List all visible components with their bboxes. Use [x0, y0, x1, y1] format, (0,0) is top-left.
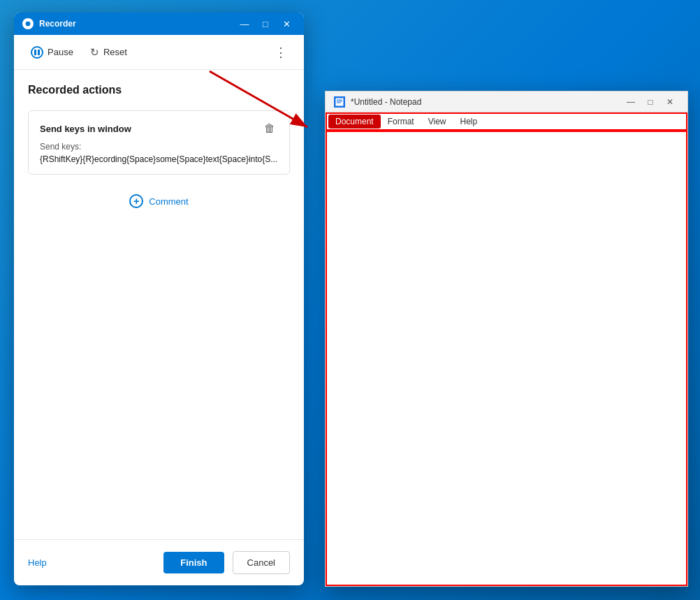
notepad-maximize-button[interactable]: □	[641, 93, 659, 111]
menu-help[interactable]: Help	[453, 115, 485, 129]
pause-bar-left	[34, 50, 36, 55]
notepad-titlebar: *Untitled - Notepad — □ ✕	[326, 92, 687, 112]
action-card: Send keys in window 🗑 Send keys: {RShift…	[28, 110, 290, 175]
notepad-title: *Untitled - Notepad	[351, 97, 622, 107]
maximize-button[interactable]: □	[256, 15, 275, 33]
notepad-app-icon	[334, 96, 345, 108]
reset-label: Reset	[103, 47, 127, 57]
minimize-button[interactable]: —	[235, 15, 254, 33]
action-card-header: Send keys in window 🗑	[40, 121, 278, 136]
help-button[interactable]: Help	[28, 557, 47, 568]
menu-view[interactable]: View	[421, 115, 453, 129]
notepad-content-wrapper	[326, 131, 687, 586]
pause-bars	[34, 50, 40, 55]
recorder-footer: Help Finish Cancel	[14, 539, 304, 585]
notepad-close-button[interactable]: ✕	[661, 93, 679, 111]
pause-label: Pause	[48, 47, 73, 57]
notepad-minimize-button[interactable]: —	[622, 93, 640, 111]
reset-button[interactable]: ↻ Reset	[85, 43, 133, 61]
action-detail-value: {RShiftKey}{R}ecording{Space}some{Space}…	[40, 154, 278, 164]
action-detail-label: Send keys:	[40, 142, 278, 152]
notepad-window: *Untitled - Notepad — □ ✕ Document Forma…	[325, 91, 688, 587]
delete-action-button[interactable]: 🗑	[261, 121, 278, 136]
pause-button[interactable]: Pause	[25, 43, 79, 61]
notepad-textarea[interactable]	[327, 132, 686, 585]
cancel-button[interactable]: Cancel	[233, 551, 290, 574]
recorder-titlebar: Recorder — □ ✕	[14, 13, 304, 35]
finish-button[interactable]: Finish	[163, 552, 224, 573]
pause-icon	[31, 46, 43, 59]
recorder-toolbar: Pause ↻ Reset ⋮	[14, 35, 304, 70]
pause-bar-right	[38, 50, 40, 55]
menu-document[interactable]: Document	[328, 115, 381, 129]
menu-format[interactable]: Format	[381, 115, 421, 129]
more-options-button[interactable]: ⋮	[269, 42, 293, 63]
recorder-icon	[22, 18, 34, 29]
window-controls: — □ ✕	[235, 15, 296, 33]
notepad-menubar: Document Format View Help	[326, 112, 687, 131]
notepad-window-controls: — □ ✕	[622, 93, 679, 111]
desktop: Recorder — □ ✕ Pause ↻ Reset	[0, 0, 700, 600]
reset-icon: ↻	[90, 46, 99, 59]
action-title: Send keys in window	[40, 124, 131, 134]
recorder-window: Recorder — □ ✕ Pause ↻ Reset	[14, 13, 304, 585]
add-comment-label: Comment	[149, 196, 188, 207]
recorder-body: Recorded actions Send keys in window 🗑 S…	[14, 70, 304, 539]
section-title: Recorded actions	[28, 84, 290, 96]
svg-point-0	[25, 21, 31, 27]
add-comment-button[interactable]: + Comment	[129, 189, 188, 214]
add-comment-icon: +	[129, 194, 143, 208]
close-button[interactable]: ✕	[277, 15, 296, 33]
svg-rect-3	[335, 98, 344, 106]
recorder-title: Recorder	[39, 19, 235, 29]
